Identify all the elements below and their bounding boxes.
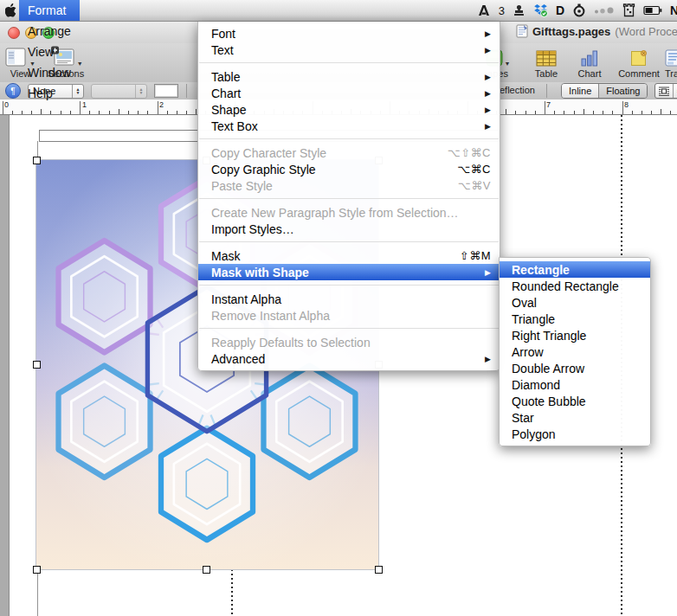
format-menu-item-text-box[interactable]: Text Box▶	[198, 118, 500, 134]
format-menu-item-table[interactable]: Table▶	[198, 68, 500, 85]
window-title: Gifttags.pages (Word Process	[516, 24, 677, 38]
shape-submenu-label-quote-bubble: Quote Bubble	[512, 395, 642, 408]
shape-submenu-label-oval: Oval	[512, 296, 642, 310]
text-wrap-control[interactable]: ▲▼	[654, 83, 677, 99]
document-icon	[516, 24, 528, 38]
dots-icon[interactable]	[594, 6, 615, 15]
shape-submenu-item-quote-bubble[interactable]: Quote Bubble	[500, 393, 650, 409]
dial-icon[interactable]	[572, 3, 586, 17]
text-wrap-icon	[655, 84, 673, 98]
track-changes-button[interactable]: Track Ch	[665, 46, 677, 79]
dropbox-icon[interactable]	[533, 3, 548, 17]
format-menu-separator	[198, 194, 500, 204]
format-menu-item-text[interactable]: Text▶	[198, 42, 500, 58]
shortcut-copy-graphic-style: ⌥⌘C	[457, 163, 491, 176]
format-menu-label-font: Font	[211, 27, 478, 41]
selection-handle[interactable]	[33, 566, 41, 574]
format-menu-label-reapply-defaults-to-selection: Reapply Defaults to Selection	[211, 336, 491, 350]
chart-button[interactable]: Chart	[574, 46, 605, 79]
ruler-number-8: 8	[624, 100, 629, 109]
close-window-button[interactable]	[8, 27, 20, 39]
table-icon	[536, 50, 557, 67]
stamp-icon[interactable]	[513, 4, 525, 17]
reflection-checkbox-label: eflection	[500, 85, 535, 95]
format-menu-item-create-new-paragraph-style-from-selection: Create New Paragraph Style from Selectio…	[198, 204, 500, 221]
format-menu-separator	[198, 280, 500, 291]
shape-submenu-item-arrow[interactable]: Arrow	[500, 343, 650, 360]
track-changes-button-label: Track Ch	[665, 68, 677, 79]
inline-segment-button[interactable]: Inline	[562, 84, 598, 98]
format-bar-divider	[186, 84, 187, 98]
format-menu-separator	[198, 324, 500, 334]
menubar-item-format[interactable]: Format	[19, 0, 80, 21]
pages-app-screen: PagesFileEditInsertFormatArrangeViewWind…	[0, 0, 677, 616]
shape-submenu-item-star[interactable]: Star	[500, 409, 650, 426]
selection-handle[interactable]	[203, 566, 210, 574]
shape-submenu-item-right-triangle[interactable]: Right Triangle	[500, 327, 650, 343]
shape-submenu-item-oval[interactable]: Oval	[500, 294, 650, 311]
menubar-item-help[interactable]: Help	[19, 83, 80, 104]
shape-submenu-label-rounded-rectangle: Rounded Rectangle	[512, 279, 642, 293]
format-menu-item-mask[interactable]: Mask⇧⌘M	[198, 247, 500, 264]
shape-submenu-label-arrow: Arrow	[512, 345, 642, 359]
shape-submenu-item-triangle[interactable]: Triangle	[500, 311, 650, 327]
truncated-status-text: N	[670, 3, 677, 17]
format-menu-item-mask-with-shape[interactable]: Mask with Shape▶	[198, 264, 500, 280]
ruler-number-0: 0	[4, 100, 9, 109]
battery-icon[interactable]	[643, 5, 662, 16]
menubar-item-view[interactable]: View	[19, 42, 80, 62]
format-menu-separator	[198, 237, 500, 247]
shape-submenu-label-double-arrow: Double Arrow	[512, 362, 642, 375]
format-menu-label-text-box: Text Box	[211, 119, 478, 133]
list-style-stepper-icon: ▲▼	[135, 85, 146, 98]
format-menu-label-mask: Mask	[211, 249, 460, 263]
shape-submenu-item-rectangle[interactable]: Rectangle	[500, 261, 650, 278]
shape-submenu-label-star: Star	[512, 411, 642, 425]
shortcut-mask: ⇧⌘M	[460, 249, 491, 262]
selection-handle[interactable]	[375, 566, 383, 574]
text-color-well[interactable]	[154, 84, 178, 98]
menubar-item-window[interactable]: Window	[19, 62, 80, 83]
mask-with-shape-submenu: RectangleRounded RectangleOvalTriangleRi…	[499, 257, 651, 446]
format-menu-item-instant-alpha[interactable]: Instant Alpha	[198, 291, 500, 307]
submenu-arrow-icon: ▶	[485, 73, 491, 81]
shape-submenu-item-rounded-rectangle[interactable]: Rounded Rectangle	[500, 278, 650, 294]
document-title-suffix: (Word Process	[615, 25, 677, 38]
format-menu-item-font[interactable]: Font▶	[198, 25, 500, 42]
wrap-mode-segmented-control: Inline Floating	[561, 83, 648, 99]
apple-menu-icon[interactable]	[5, 3, 19, 17]
shape-submenu-item-double-arrow[interactable]: Double Arrow	[500, 360, 650, 376]
shape-submenu-item-polygon[interactable]: Polygon	[500, 426, 650, 442]
format-menu-item-remove-instant-alpha: Remove Instant Alpha	[198, 307, 500, 324]
chart-button-label: Chart	[578, 68, 602, 79]
format-menu-item-shape[interactable]: Shape▶	[198, 101, 500, 118]
comment-button[interactable]: Comment	[615, 46, 663, 79]
selection-handle[interactable]	[33, 361, 41, 369]
shape-submenu-item-diamond[interactable]: Diamond	[500, 376, 650, 393]
list-style-select: ▲▼	[91, 84, 147, 99]
submenu-arrow-icon: ▶	[485, 355, 491, 363]
table-button[interactable]: Table	[531, 46, 562, 79]
format-menu-label-import-styles: Import Styles…	[211, 222, 491, 236]
d-menu-icon[interactable]: D	[556, 3, 564, 17]
format-menu-label-copy-character-style: Copy Character Style	[211, 146, 448, 160]
text-wrap-stepper-icon[interactable]: ▲▼	[673, 84, 677, 98]
submenu-arrow-icon: ▶	[485, 268, 491, 277]
format-menu-item-chart[interactable]: Chart▶	[198, 85, 500, 101]
shortcut-paste-style: ⌥⌘V	[458, 179, 491, 192]
floating-segment-button[interactable]: Floating	[598, 84, 647, 98]
chart-icon	[580, 49, 599, 67]
menubar-item-arrange[interactable]: Arrange	[19, 21, 80, 42]
format-menu-item-advanced[interactable]: Advanced▶	[198, 350, 500, 367]
document-title-text: Gifttags.pages	[532, 25, 610, 38]
format-menu-item-import-styles[interactable]: Import Styles…	[198, 221, 500, 237]
format-menu-label-table: Table	[211, 70, 478, 84]
ruler-number-2: 2	[159, 100, 164, 109]
shape-submenu-label-rectangle: Rectangle	[512, 263, 642, 277]
selection-handle[interactable]	[33, 157, 41, 164]
format-menu-item-copy-graphic-style[interactable]: Copy Graphic Style⌥⌘C	[198, 161, 500, 177]
adobe-icon[interactable]	[478, 4, 490, 16]
format-menu-label-shape: Shape	[211, 103, 478, 117]
ruler-number-1: 1	[82, 100, 87, 109]
tower-icon[interactable]	[622, 3, 635, 17]
